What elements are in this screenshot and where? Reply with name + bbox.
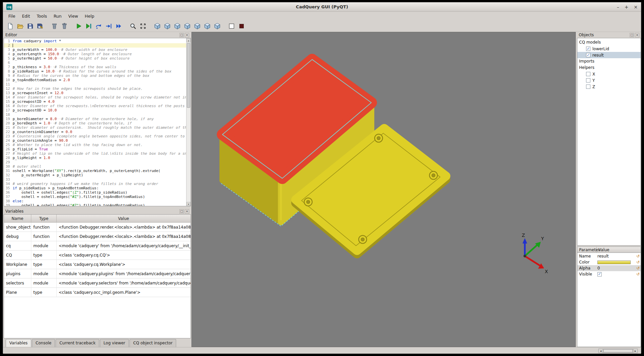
code-line[interactable]: 35if p_sideRadius > p_topAndBottomRadius…: [4, 186, 190, 190]
view-front-button[interactable]: [163, 22, 172, 31]
editor-scrollbar[interactable]: ▲ ▼: [186, 38, 190, 206]
code-line[interactable]: 34# weird geometry happens if we make th…: [4, 182, 190, 186]
menu-file[interactable]: File: [5, 12, 19, 20]
param-row-visible[interactable]: Visible↺: [577, 271, 641, 277]
delete-button[interactable]: [60, 22, 69, 31]
minimize-button[interactable]: –: [617, 5, 619, 9]
code-line[interactable]: 13p_screwpostInset = 12.0: [4, 91, 190, 95]
code-line[interactable]: 5p_outerHeight = 50.0··# Outer height of…: [4, 56, 190, 61]
tree-item-y[interactable]: Y: [577, 77, 641, 84]
view-shaded-button[interactable]: [237, 22, 246, 31]
parameter-column-header[interactable]: Parameter: [577, 247, 597, 253]
menu-view[interactable]: View: [65, 12, 82, 20]
tab-console[interactable]: Console: [32, 339, 55, 347]
scroll-down-arrow[interactable]: ▼: [186, 202, 190, 206]
code-line[interactable]: 21# Outer diameter of countersink. Shoul…: [4, 125, 190, 130]
table-row[interactable]: cqmodule<module 'cadquery' from '/home/a…: [4, 241, 190, 251]
table-row[interactable]: Planetype<class 'cadquery.occ_impl.geom.…: [4, 288, 190, 297]
view-iso-button[interactable]: [153, 22, 162, 31]
tree-group-cq-models[interactable]: CQ models: [577, 39, 641, 46]
close-button[interactable]: ×: [634, 5, 638, 9]
zoom-button[interactable]: [129, 22, 138, 31]
reset-icon[interactable]: ↺: [635, 254, 641, 259]
code-line[interactable]: 16# Outer Diameter of the screwposts.\nD…: [4, 104, 190, 108]
column-header-name[interactable]: Name: [4, 215, 31, 222]
code-line[interactable]: 30# outer shell: [4, 164, 190, 169]
code-line[interactable]: 39 oshell = oshell.edges("#Z").fillet(p_…: [4, 203, 190, 206]
save-as-button[interactable]: [36, 22, 45, 31]
code-line[interactable]: 27# Height of lip on the underside of th…: [4, 151, 190, 156]
column-header-value[interactable]: Value: [57, 215, 190, 222]
code-line[interactable]: 19p_boreDiameter = 8.0··# Diameter of th…: [4, 117, 190, 121]
reset-icon[interactable]: ↺: [635, 272, 641, 276]
table-row[interactable]: Workplanetype<class 'cadquery.cq.Workpla…: [4, 260, 190, 269]
table-row[interactable]: pluginsmodule<module 'cadquery.plugins' …: [4, 269, 190, 278]
checkbox[interactable]: [586, 53, 590, 57]
step-over-button[interactable]: [94, 22, 103, 31]
table-row[interactable]: debugfunction<function Debugger.render.<…: [4, 232, 190, 241]
color-swatch[interactable]: [597, 261, 631, 264]
mini-scrollbar-thumb[interactable]: [603, 349, 633, 352]
view-back-button[interactable]: [173, 22, 182, 31]
table-row[interactable]: selectorsmodule<module 'cadquery.selecto…: [4, 278, 190, 288]
menu-run[interactable]: Run: [50, 12, 65, 20]
clear-button[interactable]: [50, 22, 59, 31]
checkbox[interactable]: [586, 72, 590, 76]
code-line[interactable]: 3p_outerWidth = 100.0··# Outer width of …: [4, 48, 190, 52]
checkbox[interactable]: [586, 85, 590, 89]
code-line[interactable]: 29: [4, 160, 190, 164]
menu-edit[interactable]: Edit: [19, 12, 33, 20]
scroll-left-arrow[interactable]: ◀: [599, 349, 603, 353]
code-line[interactable]: 8p_sideRadius = 10.0··# Radius for the c…: [4, 69, 190, 74]
variables-float-button[interactable]: □: [179, 209, 184, 214]
code-line[interactable]: 7p_thickness = 3.0··# Thickness of the b…: [4, 65, 190, 69]
scrollbar-thumb[interactable]: [187, 43, 190, 108]
table-row[interactable]: show_objectfunction<function Debugger.re…: [4, 223, 190, 232]
viewport-3d[interactable]: Z Y X: [191, 32, 576, 347]
param-row-name[interactable]: Nameresult↺: [577, 253, 641, 259]
code-line[interactable]: 22p_countersinkDiameter = 0.0: [4, 130, 190, 134]
checkbox[interactable]: [586, 78, 590, 83]
tree-item-x[interactable]: X: [577, 71, 641, 77]
mini-horizontal-scrollbar[interactable]: ◀ ▶: [598, 349, 638, 353]
code-line[interactable]: 14# nner Diameter of the screwpost holes…: [4, 95, 190, 99]
objects-float-button[interactable]: □: [630, 33, 634, 37]
scroll-right-arrow[interactable]: ▶: [633, 349, 637, 353]
view-top-button[interactable]: [203, 22, 212, 31]
view-bottom-button[interactable]: [213, 22, 222, 31]
code-line[interactable]: 18: [4, 112, 190, 117]
tab-log-viewer[interactable]: Log viewer: [100, 339, 129, 347]
table-row[interactable]: CQtype<class 'cadquery.cq.CQ'>: [4, 251, 190, 260]
objects-close-button[interactable]: ×: [635, 33, 639, 37]
code-line[interactable]: 36 oshell = oshell.edges("|Z").fillet(p_…: [4, 190, 190, 195]
code-line[interactable]: 37 oshell = oshell.edges("#Z").fillet(p_…: [4, 195, 190, 199]
code-line[interactable]: 33: [4, 177, 190, 182]
new-file-button[interactable]: [6, 22, 15, 31]
code-line[interactable]: 25# Whether to place the lid with the to…: [4, 143, 190, 147]
code-line[interactable]: 32 p_outerHeight + p_lipHeight): [4, 173, 190, 177]
fit-all-button[interactable]: [139, 22, 148, 31]
code-line[interactable]: 17p_screwpostOD = 10.0: [4, 108, 190, 112]
column-header-type[interactable]: Type: [31, 215, 57, 222]
open-file-button[interactable]: [16, 22, 25, 31]
code-line[interactable]: 38else:: [4, 199, 190, 203]
variables-close-button[interactable]: ×: [185, 209, 189, 214]
code-line[interactable]: 15p_screwpostID = 4.0: [4, 99, 190, 104]
tab-variables[interactable]: Variables: [6, 339, 31, 347]
tree-item-result[interactable]: result: [577, 52, 641, 58]
code-line[interactable]: 2: [4, 43, 190, 48]
tree-item-lowerlid[interactable]: lowerLid: [577, 46, 641, 52]
code-line[interactable]: 9# Radius for the curves on the top and …: [4, 74, 190, 78]
code-editor[interactable]: 1from cadquery import *23p_outerWidth = …: [4, 38, 191, 206]
checkbox[interactable]: [597, 272, 602, 276]
code-line[interactable]: 26p_flipLid = True: [4, 147, 190, 151]
reset-icon[interactable]: ↺: [635, 266, 641, 270]
tab-cq-object-inspector[interactable]: CQ object inspector: [130, 339, 176, 347]
menu-help[interactable]: Help: [82, 12, 98, 20]
menu-tools[interactable]: Tools: [33, 12, 50, 20]
reset-icon[interactable]: ↺: [635, 260, 641, 265]
debug-button[interactable]: [84, 22, 93, 31]
maximize-button[interactable]: +: [625, 5, 629, 9]
editor-float-button[interactable]: □: [179, 33, 184, 37]
view-left-button[interactable]: [183, 22, 192, 31]
